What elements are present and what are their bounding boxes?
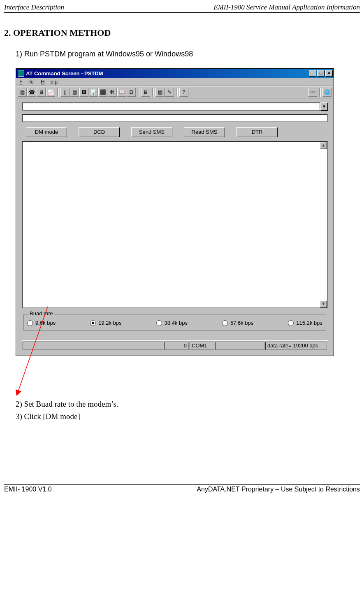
toolbar-btn-3[interactable]: 🖥 bbox=[37, 88, 46, 97]
radio-label: 115,2k bps bbox=[296, 320, 322, 326]
toolbar-btn-globe[interactable]: 🌐 bbox=[322, 88, 332, 97]
radio-icon bbox=[156, 320, 162, 326]
radio-icon bbox=[288, 320, 294, 326]
radio-icon bbox=[90, 320, 96, 326]
baud-96k-radio[interactable]: 9,6k bps bbox=[27, 320, 56, 326]
toolbar-btn-13[interactable]: 🖥 bbox=[141, 88, 150, 97]
annotation-arrow bbox=[16, 356, 360, 396]
header-left: Interface Description bbox=[4, 3, 64, 12]
step-1: 1) Run PSTDM program at Windows95 or Win… bbox=[16, 50, 360, 58]
dtr-button[interactable]: DTR bbox=[236, 127, 278, 137]
toolbar-btn-8[interactable]: 📊 bbox=[89, 88, 98, 97]
toolbar-btn-help[interactable]: ? bbox=[179, 88, 188, 97]
command-combobox[interactable] bbox=[22, 102, 320, 111]
app-icon bbox=[18, 70, 24, 77]
toolbar-sep-4 bbox=[176, 88, 178, 97]
menu-help-ul: H bbox=[41, 79, 44, 85]
combobox-dropdown-button[interactable]: ▼ bbox=[320, 102, 328, 111]
toolbar-btn-2[interactable]: ☎ bbox=[27, 88, 36, 97]
status-cell-rate: data rate= 19200 bps bbox=[265, 342, 327, 350]
toolbar-sep-3 bbox=[152, 88, 154, 97]
toolbar-sep-5 bbox=[319, 88, 321, 97]
baud-rate-group: Buad rate 9,6k bps 19,2k bps 38,4k bps 5… bbox=[23, 314, 326, 331]
status-cell-blank bbox=[215, 342, 264, 350]
minimize-button[interactable]: _ bbox=[309, 70, 316, 77]
radio-icon bbox=[27, 320, 33, 326]
button-row: DM mode DCD Send SMS Read SMS DTR bbox=[22, 126, 328, 141]
header-right: EMII-1900 Service Manual Application Inf… bbox=[213, 3, 360, 12]
menubar: File Help bbox=[16, 78, 334, 86]
radio-label: 9,6k bps bbox=[35, 320, 56, 326]
step-3: 3) Click [DM mode] bbox=[16, 412, 360, 421]
status-cell-port: COM1 bbox=[190, 342, 214, 350]
toolbar-btn-4[interactable]: 📈 bbox=[46, 88, 55, 97]
toolbar: ▤ ☎ 🖥 📈 ▯ ▤ 🖼 📊 ⬛ 🛠 📖 Ω 🖥 ▤ ✎ ? 👓 🌐 bbox=[16, 86, 334, 98]
status-cell-count: 0 bbox=[164, 342, 189, 350]
app-window: AT Command Screen - PSTDM _ □ × File Hel… bbox=[16, 68, 334, 356]
toolbar-btn-5[interactable]: ▯ bbox=[60, 88, 70, 97]
toolbar-btn-12[interactable]: Ω bbox=[127, 88, 136, 97]
toolbar-btn-14[interactable]: ▤ bbox=[155, 88, 165, 97]
radio-label: 19,2k bps bbox=[98, 320, 121, 326]
step-2: 2) Set Buad rate to the modem’s. bbox=[16, 400, 360, 409]
toolbar-btn-6[interactable]: ▤ bbox=[70, 88, 79, 97]
maximize-button[interactable]: □ bbox=[317, 70, 325, 77]
scroll-up-button[interactable]: ▲ bbox=[320, 142, 327, 149]
toolbar-btn-1[interactable]: ▤ bbox=[18, 88, 27, 97]
status-cell-empty bbox=[23, 342, 163, 350]
radio-label: 38,4k bps bbox=[165, 320, 188, 326]
window-title: AT Command Screen - PSTDM bbox=[26, 70, 308, 77]
footer-right: AnyDATA.NET Proprietary – Use Subject to… bbox=[197, 486, 360, 493]
close-button[interactable]: × bbox=[325, 70, 333, 77]
command-input[interactable] bbox=[22, 114, 328, 122]
dcd-button[interactable]: DCD bbox=[79, 127, 120, 137]
toolbar-btn-10[interactable]: 🛠 bbox=[108, 88, 117, 97]
toolbar-btn-7[interactable]: 🖼 bbox=[79, 88, 88, 97]
titlebar[interactable]: AT Command Screen - PSTDM _ □ × bbox=[16, 69, 334, 78]
output-textarea[interactable]: ▲ ▼ bbox=[22, 141, 328, 308]
doc-footer: EMII- 1900 V1.0 AnyDATA.NET Proprietary … bbox=[4, 484, 360, 493]
menu-file[interactable]: File bbox=[19, 79, 34, 85]
menu-help[interactable]: Help bbox=[41, 79, 58, 85]
baud-192k-radio[interactable]: 19,2k bps bbox=[90, 320, 121, 326]
read-sms-button[interactable]: Read SMS bbox=[184, 127, 225, 137]
toolbar-sep-1 bbox=[57, 88, 59, 97]
section-title: 2. OPERATION METHOD bbox=[4, 28, 360, 38]
radio-icon bbox=[222, 320, 228, 326]
client-area: ▼ DM mode DCD Send SMS Read SMS DTR ▲ ▼ … bbox=[16, 98, 334, 356]
toolbar-btn-9[interactable]: ⬛ bbox=[98, 88, 107, 97]
baud-576k-radio[interactable]: 57,6k bps bbox=[222, 320, 253, 326]
menu-file-ul: F bbox=[19, 79, 23, 85]
doc-header: Interface Description EMII-1900 Service … bbox=[4, 3, 360, 13]
toolbar-btn-15[interactable]: ✎ bbox=[165, 88, 174, 97]
baud-384k-radio[interactable]: 38,4k bps bbox=[156, 320, 188, 326]
scroll-down-button[interactable]: ▼ bbox=[320, 300, 327, 307]
radio-label: 57,6k bps bbox=[230, 320, 253, 326]
baud-1152k-radio[interactable]: 115,2k bps bbox=[288, 320, 322, 326]
send-sms-button[interactable]: Send SMS bbox=[131, 127, 172, 137]
baud-rate-legend: Buad rate bbox=[28, 310, 54, 317]
statusbar: 0 COM1 data rate= 19200 bps bbox=[22, 340, 328, 351]
toolbar-btn-11[interactable]: 📖 bbox=[117, 88, 126, 97]
toolbar-sep-2 bbox=[138, 88, 139, 97]
dm-mode-button[interactable]: DM mode bbox=[26, 127, 67, 137]
footer-left: EMII- 1900 V1.0 bbox=[4, 486, 52, 493]
toolbar-btn-right-1[interactable]: 👓 bbox=[308, 88, 317, 97]
